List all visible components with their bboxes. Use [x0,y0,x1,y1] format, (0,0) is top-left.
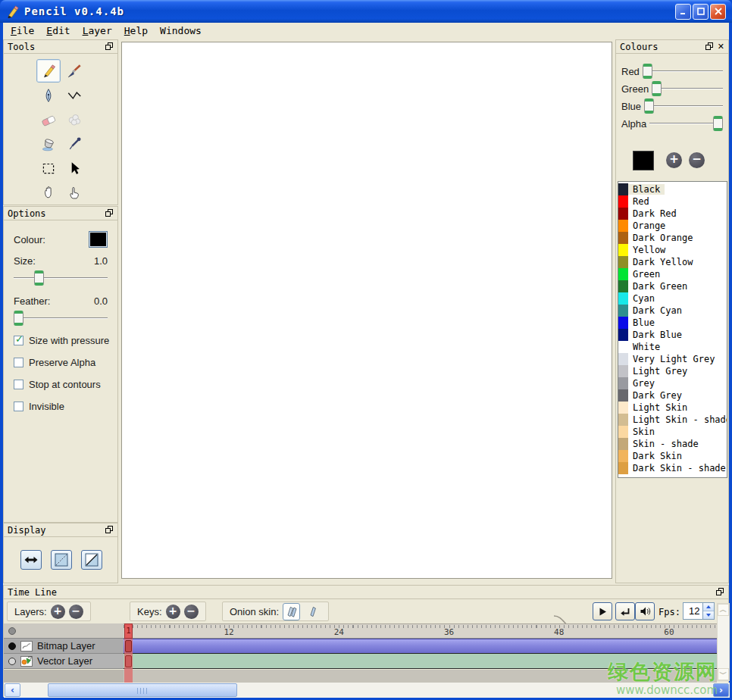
colour-swatch-row[interactable]: Orange [618,220,727,232]
tool-eraser-button[interactable] [36,108,61,131]
tool-hand-button[interactable] [36,180,61,204]
colour-swatch-row[interactable]: Light Skin [618,402,727,414]
float-panel-icon[interactable] [105,42,114,51]
tool-brush-button[interactable] [62,59,86,83]
split-view-button[interactable] [81,550,102,570]
close-button[interactable] [710,4,726,20]
mirror-view-button[interactable] [51,550,72,570]
size-slider-track[interactable] [14,277,108,279]
remove-colour-button[interactable]: − [689,152,705,168]
scroll-down-button[interactable]: ﹀ [718,668,729,680]
menu-item-file[interactable]: File [6,23,42,38]
add-layer-button[interactable]: + [51,605,65,619]
red-slider[interactable] [643,64,723,79]
red-slider-handle[interactable] [643,64,652,79]
fps-spin-up-button[interactable] [703,603,714,611]
remove-layer-button[interactable]: − [69,605,83,619]
add-key-button[interactable]: + [166,605,180,619]
colour-swatch-row[interactable]: Dark Cyan [618,305,727,317]
layer-row-vector[interactable]: Vector Layer [4,654,124,669]
fps-value[interactable]: 12 [684,603,702,619]
bitmap-layer-track[interactable] [124,639,717,654]
visibility-all-dot[interactable] [8,627,16,635]
alpha-slider-handle[interactable] [713,116,723,131]
feather-slider-track[interactable] [14,317,108,319]
colour-swatch-row[interactable]: Dark Skin [618,450,727,462]
colour-swatch-row[interactable]: Yellow [618,244,727,256]
menu-item-edit[interactable]: Edit [42,23,77,38]
colour-swatch-row[interactable]: Dark Blue [618,329,727,341]
vector-keyframe-marker[interactable] [125,655,132,667]
layer-row-bitmap[interactable]: Bitmap Layer [4,639,124,654]
scroll-right-button[interactable]: › [713,683,729,697]
layer-visibility-dot[interactable] [8,642,16,650]
tool-select-button[interactable] [36,156,61,180]
tool-pencil-button[interactable] [36,59,61,83]
fps-spinner[interactable]: 12 [683,602,715,620]
colour-swatch-row[interactable]: Cyan [618,292,727,305]
tool-polyline-button[interactable] [62,83,86,107]
timeline-vertical-scrollbar[interactable]: ︿ ﹀ [717,603,730,681]
float-panel-icon[interactable] [105,209,114,217]
menu-item-windows[interactable]: Windows [155,23,209,38]
minimize-button[interactable] [675,4,691,20]
colour-swatch-row[interactable]: Dark Skin - shade [618,462,727,474]
green-slider-handle[interactable] [652,81,662,96]
menu-item-help[interactable]: Help [120,23,155,38]
checkbox[interactable] [14,358,23,367]
scroll-up-button[interactable]: ︿ [718,604,729,616]
feather-slider-handle[interactable] [14,311,23,326]
tool-move-button[interactable] [62,156,86,180]
onion-skin-next-button[interactable] [304,603,321,620]
float-panel-icon[interactable] [716,588,724,596]
onion-skin-prev-button[interactable] [283,603,300,620]
colour-swatch-row[interactable]: Light Skin - shade [618,414,727,426]
colour-swatch-row[interactable]: Dark Orange [618,232,727,244]
colour-swatch-button[interactable] [89,231,108,248]
tool-smudge-button[interactable] [62,108,86,131]
tool-pen-button[interactable] [36,83,61,107]
fps-spin-down-button[interactable] [703,611,714,619]
checkbox[interactable]: ✓ [14,336,23,345]
checkbox[interactable] [14,402,23,411]
colour-swatch-row[interactable]: Dark Yellow [618,256,727,268]
playhead[interactable]: 1 [124,623,133,683]
flip-horizontal-button[interactable] [20,550,42,570]
tool-eyedropper-button[interactable] [62,132,86,155]
checkbox[interactable] [14,380,23,389]
bitmap-keyframe-marker[interactable] [125,640,132,652]
colour-swatch-row[interactable]: Dark Green [618,280,727,292]
blue-slider-handle[interactable] [644,98,654,114]
sound-button[interactable] [635,602,655,620]
add-colour-button[interactable]: + [666,152,682,168]
close-panel-icon[interactable]: ✕ [718,42,724,51]
colour-swatch-row[interactable]: White [618,341,727,353]
float-panel-icon[interactable] [105,526,114,534]
tool-bucket-button[interactable] [36,132,61,155]
size-slider[interactable] [14,270,108,286]
colour-swatch-row[interactable]: Green [618,268,727,280]
tool-finger-button[interactable] [62,180,86,204]
maximize-button[interactable] [693,4,709,20]
colour-swatch-row[interactable]: Grey [618,377,727,389]
layer-header-row[interactable] [4,623,124,639]
colour-swatch-row[interactable]: Very Light Grey [618,353,727,365]
blue-slider[interactable] [644,98,723,114]
loop-button[interactable] [615,602,635,620]
vector-layer-track[interactable] [124,654,717,669]
remove-key-button[interactable]: − [184,605,199,619]
alpha-slider[interactable] [649,116,723,131]
float-panel-icon[interactable] [705,42,714,51]
menu-item-layer[interactable]: Layer [78,23,120,38]
scroll-left-button[interactable]: ‹ [5,683,20,697]
scrollbar-thumb[interactable] [48,683,237,697]
colour-swatch-row[interactable]: Dark Red [618,208,727,220]
colour-swatch-row[interactable]: Light Grey [618,365,727,377]
titlebar[interactable]: Pencil v0.4.4b [0,0,732,23]
timeline-horizontal-scrollbar[interactable]: ‹ › [4,683,730,698]
feather-slider[interactable] [14,311,108,326]
layer-visibility-dot[interactable] [8,658,16,665]
current-frame-cell[interactable]: 1 [124,623,133,639]
colour-swatch-row[interactable]: Dark Grey [618,389,727,402]
colour-swatch-row[interactable]: Skin [618,426,727,438]
